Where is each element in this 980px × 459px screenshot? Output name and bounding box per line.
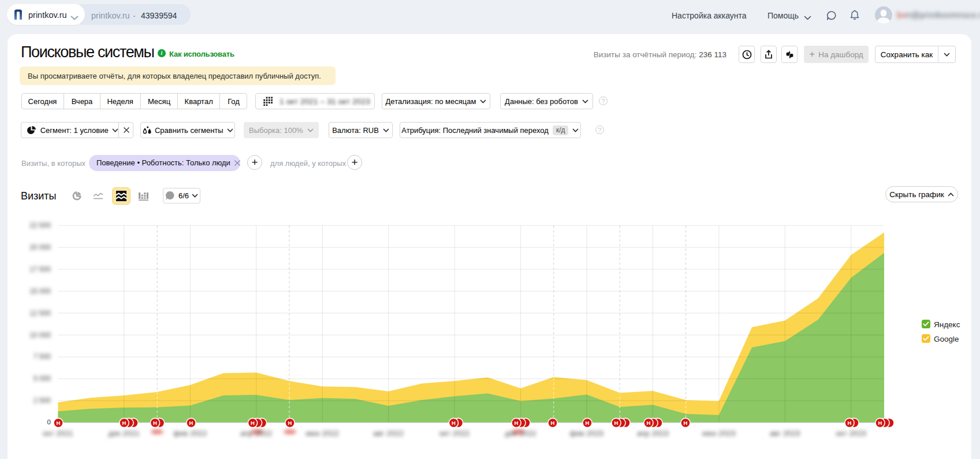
svg-text:Н: Н: [878, 420, 882, 426]
svg-text:Н: Н: [122, 420, 126, 426]
svg-text:Н: Н: [153, 420, 157, 426]
svg-text:i: i: [161, 50, 163, 56]
svg-text:Н: Н: [551, 420, 555, 426]
svg-text:Н: Н: [57, 420, 61, 426]
svg-text:Н: Н: [647, 420, 651, 426]
svg-text:Н: Н: [614, 420, 618, 426]
svg-text:Н: Н: [586, 420, 590, 426]
svg-text:Н: Н: [684, 420, 688, 426]
svg-text:Н: Н: [848, 420, 852, 426]
svg-text:Н: Н: [189, 420, 193, 426]
svg-text:Н: Н: [288, 420, 292, 426]
svg-text:Н: Н: [251, 420, 255, 426]
svg-text:Н: Н: [452, 420, 456, 426]
svg-text:Н: Н: [515, 420, 519, 426]
